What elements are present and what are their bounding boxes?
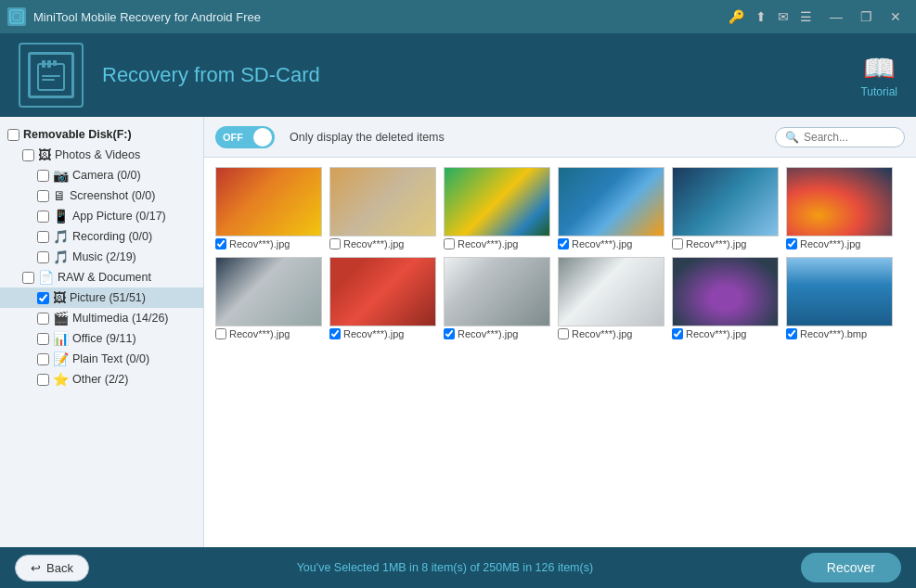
photo-checkbox[interactable] [672, 238, 683, 249]
app-picture-checkbox[interactable] [37, 211, 49, 223]
key-icon: 🔑 [729, 9, 744, 24]
picture-item[interactable]: 🖼 Picture (51/51) [0, 288, 203, 308]
camera-checkbox[interactable] [37, 170, 49, 182]
screenshot-item[interactable]: 🖥 Screenshot (0/0) [0, 185, 203, 206]
office-icon: 📊 [53, 331, 69, 346]
photo-item[interactable]: Recov***).jpg [558, 257, 664, 339]
photo-label: Recov***).jpg [444, 238, 550, 249]
photo-item[interactable]: Recov***).jpg [215, 167, 322, 249]
photo-item[interactable]: Recov***).jpg [786, 167, 893, 249]
menu-icon: ☰ [800, 9, 812, 24]
close-button[interactable]: ✕ [883, 4, 909, 30]
main-layout: Removable Disk(F:) 🖼 Photos & Videos 📷 C… [0, 117, 916, 547]
search-input[interactable] [804, 131, 897, 144]
photo-checkbox[interactable] [786, 328, 797, 339]
photo-checkbox[interactable] [786, 238, 797, 249]
photo-filename: Recov***).jpg [686, 328, 746, 339]
picture-checkbox[interactable] [37, 292, 49, 304]
photos-icon: 🖼 [38, 147, 51, 162]
photo-thumbnail [672, 167, 779, 236]
photo-label: Recov***).jpg [558, 238, 664, 249]
app-picture-item[interactable]: 📱 App Picture (0/17) [0, 206, 203, 226]
raw-document-header[interactable]: 📄 RAW & Document [0, 267, 203, 288]
photo-item[interactable]: Recov***).jpg [672, 167, 779, 249]
search-box[interactable]: 🔍 [775, 127, 905, 147]
tutorial-label: Tutorial [860, 85, 897, 98]
mail-icon: ✉ [778, 9, 789, 24]
page-title: Recovery from SD-Card [102, 63, 320, 87]
photo-checkbox[interactable] [444, 328, 455, 339]
photo-grid: Recov***).jpgRecov***).jpgRecov***).jpgR… [204, 158, 916, 547]
svg-rect-3 [42, 60, 45, 68]
photo-item[interactable]: Recov***).jpg [444, 167, 550, 249]
toolbar: OFF Only display the deleted items 🔍 [204, 117, 916, 158]
raw-document-label: RAW & Document [58, 271, 151, 284]
photo-checkbox[interactable] [558, 238, 569, 249]
photo-thumbnail [786, 257, 893, 326]
music-item[interactable]: 🎵 Music (2/19) [0, 247, 203, 267]
multimedia-checkbox[interactable] [37, 313, 49, 325]
photo-checkbox[interactable] [215, 238, 226, 249]
other-checkbox[interactable] [37, 374, 49, 386]
photo-label: Recov***).jpg [444, 328, 550, 339]
photo-item[interactable]: Recov***).jpg [215, 257, 322, 339]
photo-item[interactable]: Recov***).jpg [329, 167, 436, 249]
screenshot-icon: 🖥 [53, 188, 66, 203]
camera-icon: 📷 [53, 168, 69, 183]
multimedia-item[interactable]: 🎬 Multimedia (14/26) [0, 308, 203, 328]
photo-checkbox[interactable] [329, 238, 341, 249]
photo-filename: Recov***).jpg [229, 238, 290, 249]
photo-label: Recov***).jpg [672, 238, 779, 249]
removable-disk-header[interactable]: Removable Disk(F:) [0, 124, 203, 145]
photo-item[interactable]: Recov***).bmp [786, 257, 893, 339]
office-item[interactable]: 📊 Office (9/11) [0, 328, 203, 349]
recording-item[interactable]: 🎵 Recording (0/0) [0, 226, 203, 247]
toggle-knob [253, 128, 272, 147]
raw-document-checkbox[interactable] [22, 272, 34, 284]
photo-item[interactable]: Recov***).jpg [558, 167, 664, 249]
camera-item[interactable]: 📷 Camera (0/0) [0, 165, 203, 185]
plain-text-checkbox[interactable] [37, 353, 49, 365]
toggle-description: Only display the deleted items [290, 131, 445, 144]
back-arrow-icon: ↩ [31, 561, 41, 575]
recording-checkbox[interactable] [37, 231, 49, 243]
photo-checkbox[interactable] [444, 238, 455, 249]
photo-checkbox[interactable] [329, 328, 341, 339]
photo-item[interactable]: Recov***).jpg [444, 257, 550, 339]
removable-disk-label: Removable Disk(F:) [23, 128, 132, 141]
photo-checkbox[interactable] [672, 328, 683, 339]
photos-videos-checkbox[interactable] [22, 149, 34, 161]
minimize-button[interactable]: — [823, 4, 849, 30]
photo-filename: Recov***).jpg [800, 238, 860, 249]
photo-checkbox[interactable] [215, 328, 226, 339]
plain-text-item[interactable]: 📝 Plain Text (0/0) [0, 349, 203, 369]
music-checkbox[interactable] [37, 251, 49, 263]
photo-item[interactable]: Recov***).jpg [672, 257, 779, 339]
photo-thumbnail [558, 167, 664, 236]
photo-thumbnail [215, 167, 322, 236]
music-icon: 🎵 [53, 249, 69, 264]
music-label: Music (2/19) [72, 250, 136, 263]
app-picture-icon: 📱 [53, 209, 69, 224]
toggle-deleted-items[interactable]: OFF [215, 126, 275, 148]
office-checkbox[interactable] [37, 333, 49, 345]
svg-rect-6 [42, 75, 60, 77]
recover-button[interactable]: Recover [801, 553, 901, 582]
photos-videos-header[interactable]: 🖼 Photos & Videos [0, 145, 203, 165]
photo-filename: Recov***).jpg [572, 238, 632, 249]
screenshot-checkbox[interactable] [37, 190, 49, 202]
other-item[interactable]: ⭐ Other (2/2) [0, 369, 203, 390]
photo-filename: Recov***).jpg [458, 328, 518, 339]
photo-label: Recov***).jpg [215, 328, 322, 339]
back-button[interactable]: ↩ Back [15, 555, 89, 582]
removable-disk-checkbox[interactable] [7, 129, 19, 141]
restore-button[interactable]: ❐ [853, 4, 879, 30]
photo-label: Recov***).jpg [558, 328, 664, 339]
svg-rect-7 [42, 79, 55, 81]
photo-thumbnail [786, 167, 893, 236]
photo-checkbox[interactable] [558, 328, 569, 339]
photo-thumbnail [329, 167, 436, 236]
photo-item[interactable]: Recov***).jpg [329, 257, 436, 339]
svg-rect-0 [10, 10, 23, 23]
tutorial-button[interactable]: 📖 Tutorial [860, 53, 897, 98]
